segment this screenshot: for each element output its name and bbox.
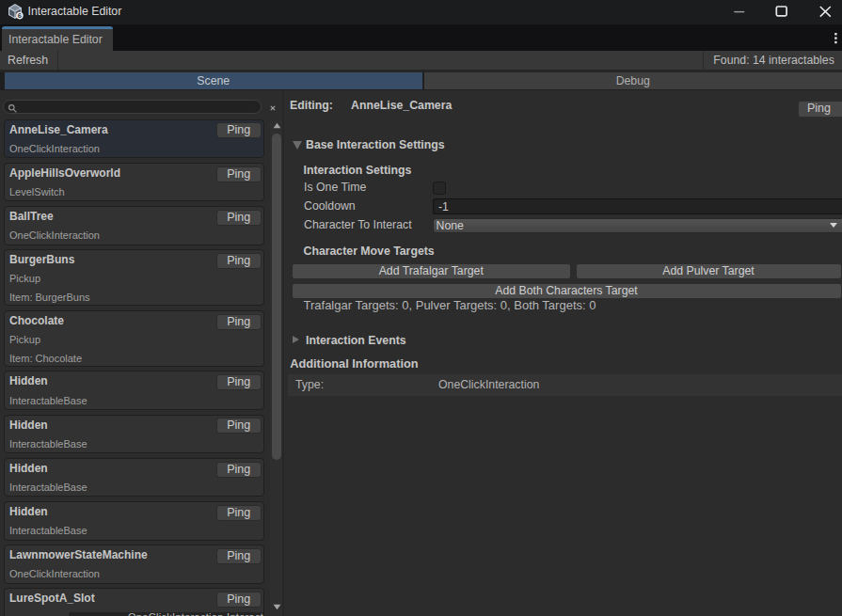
svg-text:6: 6 xyxy=(18,11,22,20)
